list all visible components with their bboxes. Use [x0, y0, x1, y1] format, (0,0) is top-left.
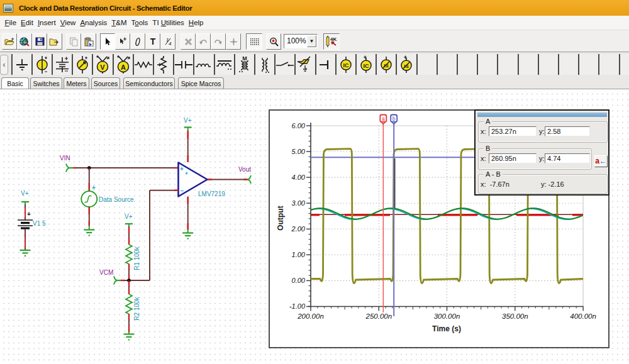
svg-text:Data Source: Data Source: [99, 196, 134, 203]
svg-text:4.00: 4.00: [292, 174, 306, 181]
svg-text:V1 5: V1 5: [33, 220, 46, 227]
svg-text:4: 4: [169, 41, 172, 46]
svg-text:+: +: [27, 211, 31, 218]
svg-text:1.00: 1.00: [292, 251, 306, 258]
svg-text:6.00: 6.00: [292, 122, 306, 130]
svg-text:b: b: [392, 116, 396, 122]
svg-text:4K: 4K: [330, 36, 337, 42]
svg-text:Time (s): Time (s): [432, 324, 461, 333]
svg-text:–: –: [181, 187, 184, 194]
svg-text:T: T: [304, 67, 307, 71]
svg-text:0.00: 0.00: [292, 277, 306, 284]
svg-text:300.00n: 300.00n: [434, 312, 460, 320]
svg-text:-1.00: -1.00: [289, 302, 306, 310]
svg-text:250.00n: 250.00n: [365, 312, 392, 320]
svg-text:LMV7219: LMV7219: [198, 190, 225, 197]
svg-text:+: +: [180, 165, 184, 172]
svg-text:a: a: [382, 116, 385, 122]
svg-text:VCM: VCM: [99, 269, 113, 276]
svg-text:VIN: VIN: [60, 155, 70, 162]
svg-text:M: M: [242, 55, 247, 62]
svg-text:+: +: [92, 184, 96, 191]
svg-text:R1 100k: R1 100k: [133, 246, 140, 270]
svg-text:Vout: Vout: [238, 166, 251, 173]
svg-text:3.00: 3.00: [292, 199, 306, 207]
svg-text:A: A: [121, 63, 126, 71]
svg-text:5.00: 5.00: [292, 148, 306, 155]
svg-text:+: +: [185, 170, 188, 177]
svg-text:IC: IC: [343, 62, 349, 69]
svg-text:IC: IC: [363, 63, 369, 69]
svg-text:V+: V+: [184, 117, 192, 124]
svg-text:V+: V+: [125, 213, 133, 220]
svg-text:350.00n: 350.00n: [502, 312, 528, 320]
svg-text:Output: Output: [276, 206, 285, 230]
svg-text:V: V: [101, 63, 106, 71]
svg-text:2.00: 2.00: [291, 225, 306, 233]
svg-text:V+: V+: [21, 190, 29, 197]
svg-text:200.00n: 200.00n: [297, 312, 324, 320]
svg-text:IS: IS: [384, 63, 389, 69]
svg-text:IS: IS: [404, 63, 409, 69]
svg-text:R2 100k: R2 100k: [133, 296, 140, 320]
svg-text:400.00n: 400.00n: [570, 312, 596, 320]
svg-text:T: T: [150, 37, 156, 46]
